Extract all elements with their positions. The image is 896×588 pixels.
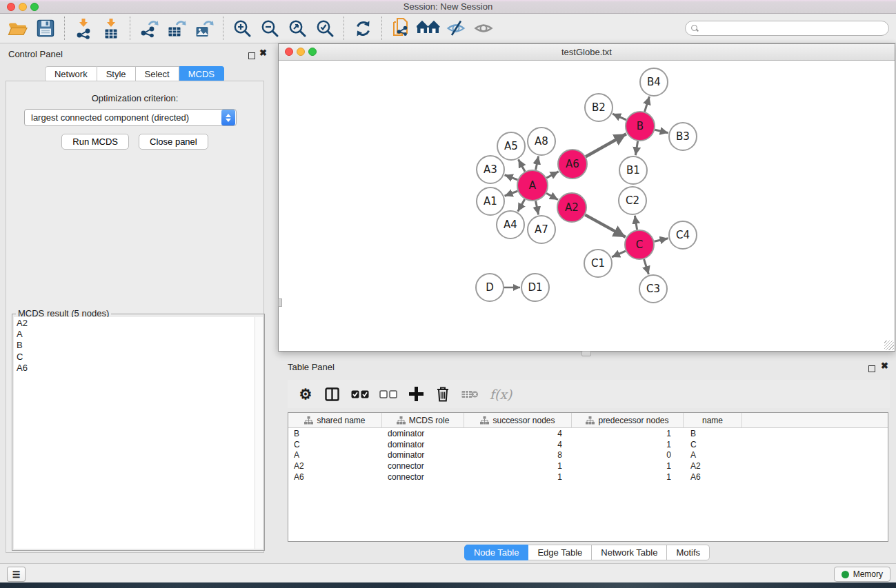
column-header-name[interactable]: name: [684, 413, 742, 427]
result-item[interactable]: A: [14, 329, 255, 340]
float-panel-icon[interactable]: [248, 50, 255, 62]
graph-edge-B-B2[interactable]: [613, 114, 626, 120]
float-panel-icon[interactable]: [868, 363, 875, 375]
tab-motifs[interactable]: Motifs: [667, 545, 710, 560]
tab-edge-table[interactable]: Edge Table: [528, 545, 592, 560]
graph-edge-A-A6[interactable]: [546, 172, 558, 178]
graph-edge-A-A3[interactable]: [505, 175, 518, 180]
graph-node-A1[interactable]: A1: [477, 187, 504, 215]
table-row[interactable]: Adominator80A: [288, 450, 888, 461]
graph-node-C1[interactable]: C1: [584, 250, 612, 277]
graph-node-A7[interactable]: A7: [528, 216, 555, 243]
network-canvas[interactable]: AA1A2A3A4A5A6A7A8BB1B2B3B4CC1C2C3C4DD1: [279, 61, 895, 351]
delete-columns-button[interactable]: [430, 382, 456, 407]
task-history-button[interactable]: ☰: [7, 567, 26, 582]
table-row[interactable]: Bdominator41B: [288, 428, 888, 439]
select-all-button[interactable]: [346, 382, 375, 407]
hide-graphics-details-button[interactable]: [442, 16, 470, 41]
close-panel-icon[interactable]: ✖: [881, 363, 888, 369]
graph-edge-A-A1[interactable]: [505, 191, 518, 196]
search-field[interactable]: [685, 21, 889, 36]
column-header-MCDS-role[interactable]: MCDS role: [382, 413, 464, 427]
graph-node-A3[interactable]: A3: [477, 156, 504, 183]
graph-node-B4[interactable]: B4: [640, 68, 668, 96]
add-column-button[interactable]: [402, 382, 430, 407]
graph-edge-A-A7[interactable]: [536, 201, 539, 215]
graph-edge-C-C1[interactable]: [612, 251, 626, 257]
export-network-button[interactable]: [135, 16, 163, 41]
graph-node-C4[interactable]: C4: [669, 221, 697, 249]
mcds-result-list[interactable]: A2ABCA6: [14, 317, 255, 549]
export-table-button[interactable]: [163, 16, 190, 41]
search-input[interactable]: [702, 22, 888, 34]
deselect-all-button[interactable]: [375, 382, 402, 407]
table-row[interactable]: A2connector11A2: [288, 460, 888, 472]
split-view-button[interactable]: [318, 382, 346, 407]
result-item[interactable]: A2: [14, 318, 255, 329]
save-session-button[interactable]: [32, 16, 59, 41]
result-item[interactable]: B: [14, 340, 255, 351]
column-settings-button[interactable]: ⚙: [293, 382, 318, 407]
network-window-titlebar[interactable]: testGlobe.txt: [279, 44, 895, 61]
graph-node-A6[interactable]: A6: [558, 150, 587, 179]
close-panel-icon[interactable]: ✖: [259, 50, 267, 57]
function-builder-button[interactable]: f(x): [484, 382, 518, 407]
graph-node-D1[interactable]: D1: [521, 274, 549, 301]
graph-edge-C-C4[interactable]: [654, 239, 668, 241]
graph-node-B[interactable]: B: [626, 112, 655, 141]
zoom-out-button[interactable]: [256, 16, 283, 41]
tab-select[interactable]: Select: [136, 66, 179, 82]
divider-grip[interactable]: [278, 298, 282, 307]
graph-node-C3[interactable]: C3: [639, 275, 667, 303]
graph-edge-A6-B[interactable]: [586, 134, 626, 156]
graph-edge-B-B1[interactable]: [635, 141, 637, 156]
result-list-scrollbar[interactable]: [255, 317, 263, 549]
export-image-button[interactable]: [190, 16, 218, 41]
tab-network[interactable]: Network: [45, 66, 97, 82]
refresh-button[interactable]: [349, 16, 377, 41]
delete-table-button[interactable]: [456, 382, 484, 407]
graph-node-C2[interactable]: C2: [619, 187, 646, 214]
graph-edge-B-B4[interactable]: [645, 97, 650, 112]
memory-button[interactable]: Memory: [834, 567, 890, 582]
zoom-in-button[interactable]: [228, 16, 256, 41]
close-panel-button[interactable]: Close panel: [139, 134, 208, 150]
graph-node-A2[interactable]: A2: [557, 193, 586, 222]
column-header-predecessor-nodes[interactable]: predecessor nodes: [572, 413, 684, 427]
graph-edge-A-A2[interactable]: [546, 193, 558, 199]
graph-edge-A-A5[interactable]: [519, 159, 526, 171]
graph-node-D[interactable]: D: [476, 274, 504, 301]
result-item[interactable]: C: [14, 352, 255, 363]
column-header-shared-name[interactable]: shared name: [288, 413, 382, 427]
graph-node-A8[interactable]: A8: [528, 128, 555, 155]
horizontal-divider-grip[interactable]: [581, 351, 591, 356]
table-row[interactable]: Cdominator41C: [288, 439, 888, 450]
column-header-successor-nodes[interactable]: successor nodes: [464, 413, 572, 427]
import-table-button[interactable]: [97, 16, 125, 41]
first-neighbors-button[interactable]: [415, 16, 442, 41]
tab-network-table[interactable]: Network Table: [592, 545, 667, 560]
graph-node-B3[interactable]: B3: [669, 123, 697, 150]
tab-mcds[interactable]: MCDS: [179, 66, 224, 82]
tab-node-table[interactable]: Node Table: [464, 545, 529, 560]
run-mcds-button[interactable]: Run MCDS: [61, 134, 129, 150]
resize-grip-icon[interactable]: [884, 341, 894, 350]
graph-edge-B-B3[interactable]: [655, 130, 668, 133]
tab-style[interactable]: Style: [97, 66, 136, 82]
graph-node-B2[interactable]: B2: [585, 94, 613, 121]
graph-edge-A2-C[interactable]: [585, 215, 626, 237]
table-row[interactable]: A6connector11A6: [288, 472, 888, 483]
graph-node-B1[interactable]: B1: [619, 156, 647, 184]
graph-edge-A-A4[interactable]: [518, 199, 525, 212]
zoom-fit-button[interactable]: [283, 16, 311, 41]
graph-node-A4[interactable]: A4: [497, 211, 524, 239]
import-network-button[interactable]: [70, 16, 97, 41]
graph-node-A5[interactable]: A5: [497, 132, 525, 160]
graph-node-A[interactable]: A: [517, 170, 548, 201]
zoom-selected-button[interactable]: [311, 16, 339, 41]
graph-edge-A-A8[interactable]: [536, 156, 539, 170]
result-item[interactable]: A6: [14, 363, 255, 374]
graph-edge-C-C3[interactable]: [644, 259, 649, 274]
show-graphics-details-button[interactable]: [470, 16, 497, 41]
open-session-button[interactable]: [4, 16, 32, 41]
